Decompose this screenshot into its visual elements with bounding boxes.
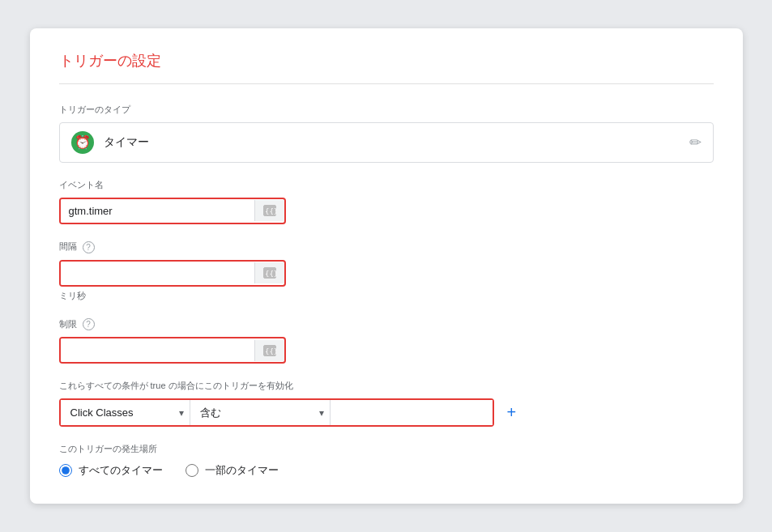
condition-row: Click Classes Click Element Click ID Cli… [59,398,494,427]
interval-help-icon[interactable]: ? [83,241,95,253]
svg-text:{{}: {{} [265,347,276,355]
trigger-type-name: タイマー [104,135,149,150]
firing-section: このトリガーの発生場所 すべてのタイマー 一部のタイマー [59,443,714,478]
interval-variable-btn[interactable]: {{} [254,262,284,283]
trigger-settings-card: トリガーの設定 トリガーのタイプ ⏰ タイマー ✏ イベント名 {{} 間隔 [30,28,743,504]
firing-all-option[interactable]: すべてのタイマー [59,463,163,478]
firing-some-radio[interactable] [186,464,198,477]
condition-operator-select[interactable]: 含む 含まない 等しい 等しくない 正規表現と一致 正規表現と一致しない [190,400,331,425]
interval-label: 間隔 ? [59,240,714,253]
firing-all-label: すべてのタイマー [79,463,163,478]
limit-label: 制限 ? [59,318,714,331]
interval-input-row: {{} [59,260,286,287]
trigger-type-section: トリガーのタイプ ⏰ タイマー ✏ [59,104,714,163]
limit-section: 制限 ? {{} [59,318,714,364]
firing-radio-group: すべてのタイマー 一部のタイマー [59,463,714,478]
trigger-type-label: トリガーのタイプ [59,104,714,116]
page-title: トリガーの設定 [59,51,714,84]
limit-help-icon[interactable]: ? [83,318,95,330]
event-name-section: イベント名 {{} [59,179,714,224]
condition-add-button[interactable]: + [501,403,523,422]
limit-variable-btn[interactable]: {{} [254,340,284,361]
firing-label: このトリガーの発生場所 [59,443,714,455]
event-name-label: イベント名 [59,179,714,191]
limit-input[interactable] [61,338,254,362]
firing-all-radio[interactable] [59,464,72,477]
condition-value-input[interactable] [331,400,493,425]
condition-section: これらすべての条件が true の場合にこのトリガーを有効化 Click Cla… [59,380,714,427]
condition-filter-wrap: Click Classes Click Element Click ID Cli… [61,400,190,425]
trigger-type-left: ⏰ タイマー [71,131,149,154]
svg-text:{{}: {{} [265,207,276,215]
condition-operator-wrap: 含む 含まない 等しい 等しくない 正規表現と一致 正規表現と一致しない ▾ [190,400,331,425]
event-name-input-row: {{} [59,198,286,224]
interval-section: 間隔 ? {{} ミリ秒 [59,240,714,302]
condition-filter-select[interactable]: Click Classes Click Element Click ID Cli… [61,400,190,425]
firing-some-option[interactable]: 一部のタイマー [186,463,279,478]
event-name-variable-btn[interactable]: {{} [254,200,284,221]
interval-input[interactable] [61,262,254,285]
trigger-type-box: ⏰ タイマー ✏ [59,122,714,163]
condition-outer-row: Click Classes Click Element Click ID Cli… [59,398,714,427]
limit-input-row: {{} [59,337,286,364]
event-name-input[interactable] [61,199,254,223]
interval-sublabel: ミリ秒 [59,290,714,302]
firing-some-label: 一部のタイマー [205,463,279,478]
timer-icon: ⏰ [71,131,94,154]
condition-label: これらすべての条件が true の場合にこのトリガーを有効化 [59,380,714,392]
edit-icon[interactable]: ✏ [689,134,702,151]
svg-text:{{}: {{} [265,270,276,278]
